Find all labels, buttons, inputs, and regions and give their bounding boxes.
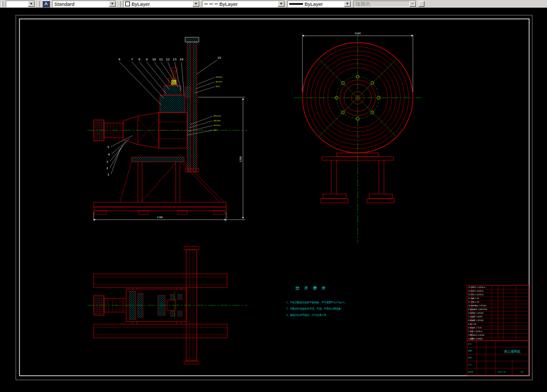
object-properties-toolbar: ▼ A Standard ▼ ByLayer ▼ ByLayer ▼ ByLay… bbox=[0, 0, 547, 8]
linetype-combo-value: ByLayer bbox=[219, 1, 278, 7]
callout: 8 bbox=[138, 58, 140, 61]
color-swatch-icon bbox=[125, 2, 130, 6]
fit-text: Ø70h6 bbox=[214, 124, 220, 127]
toolbar-grip[interactable] bbox=[2, 1, 3, 7]
sheet-size-text: A2 bbox=[521, 370, 524, 373]
title-block-fields: 设计 制图 审核 工艺 标准化 bbox=[468, 343, 474, 373]
callout: 12 bbox=[166, 58, 170, 61]
tech-req-item: 1、叶轮装配前应做静平衡校验，不平衡量不大于5g·m。 bbox=[286, 301, 347, 304]
chevron-down-icon[interactable]: ▼ bbox=[28, 1, 35, 7]
callout: 3 bbox=[106, 160, 108, 163]
parts-row-text: 4 电动机 1 Y132 bbox=[468, 327, 482, 329]
lineweight-combo[interactable]: ByLayer ▼ bbox=[287, 1, 351, 7]
toolbar-grip[interactable] bbox=[119, 1, 120, 7]
chevron-down-icon[interactable]: ▼ bbox=[278, 1, 285, 7]
front-view: 1120 bbox=[295, 32, 422, 243]
parts-row-text: 13 叶轮 1 Q235-A bbox=[468, 294, 484, 296]
chevron-down-icon[interactable]: ▼ bbox=[344, 1, 351, 7]
parts-row-text: 3 机座 1 Q235-A bbox=[468, 331, 483, 333]
fit-leaders bbox=[187, 77, 215, 135]
chevron-down-icon: ▼ bbox=[409, 1, 416, 7]
field-label: 审核 bbox=[468, 357, 472, 359]
callout: 11 bbox=[159, 58, 163, 61]
field-label: 工艺 bbox=[468, 364, 472, 366]
parts-row-text: 14 机壳 1 Q235-A bbox=[468, 290, 484, 292]
color-combo[interactable]: ByLayer ▼ bbox=[123, 1, 200, 7]
side-view: 1180 1250 6 7 8 9 10 11 12 13 14 15 5 4 … bbox=[87, 37, 247, 221]
parts-row-text: 1 垫圈12 8 65Mn bbox=[468, 338, 483, 340]
layer-combo[interactable]: ▼ bbox=[6, 1, 35, 7]
callout: 13 bbox=[173, 58, 177, 61]
parts-row-text: 9 滚动轴承 2 GB/T276 bbox=[468, 308, 487, 311]
callout: 2 bbox=[106, 167, 108, 170]
dim-text: 1250 bbox=[239, 156, 242, 162]
parts-row-text: 12 轴盘 1 45 bbox=[468, 297, 479, 300]
parts-row-text: 11 主轴 1 45 bbox=[468, 301, 479, 303]
callout: 14 bbox=[180, 58, 184, 61]
linetype-icon bbox=[204, 4, 218, 4]
fit-labels: Ø30k6 Ø35H7 Ø40 Ø50m6 Ø62H8 Ø70h6 Ø85 bbox=[214, 76, 223, 131]
field-label: 设计 bbox=[468, 343, 472, 345]
fit-text: Ø50m6 bbox=[214, 115, 221, 117]
callout: 9 bbox=[146, 58, 148, 61]
callout: 15 bbox=[218, 56, 221, 59]
technical-requirements: 技 术 要 求 1、叶轮装配前应做静平衡校验，不平衡量不大于5g·m。 2、装配… bbox=[286, 286, 347, 317]
callout: 7 bbox=[131, 58, 133, 61]
callout: 4 bbox=[108, 153, 110, 156]
callout-leaders bbox=[110, 60, 217, 174]
chevron-down-icon[interactable]: ▼ bbox=[193, 1, 199, 7]
text-style-value: Standard bbox=[54, 1, 109, 7]
fit-text: Ø35H7 bbox=[216, 80, 223, 83]
parts-row-text: 8 轴承座 1 HT200 bbox=[468, 312, 483, 314]
parts-row-text: 7 挡油环 2 Q235 bbox=[468, 316, 482, 318]
parts-row-text: 5 键 2 45 bbox=[468, 323, 476, 325]
callout: 5 bbox=[107, 146, 109, 149]
tech-req-title: 技 术 要 求 bbox=[295, 286, 328, 291]
toolbar-grip[interactable] bbox=[38, 1, 39, 7]
plotstyle-combo: 随颜色 ▼ bbox=[353, 1, 417, 7]
parts-row-text: 6 联轴器 1 HT200 bbox=[468, 319, 483, 322]
text-style-combo[interactable]: Standard ▼ bbox=[52, 1, 116, 7]
dim-text: 1120 bbox=[354, 32, 361, 35]
text-style-icon[interactable]: A bbox=[42, 1, 50, 7]
lineweight-combo-value: ByLayer bbox=[305, 1, 344, 7]
parts-row-text: 10 轴承端盖 2 HT150 bbox=[468, 305, 486, 307]
field-label: 标准化 bbox=[468, 370, 474, 373]
plotstyle-combo-value: 随颜色 bbox=[356, 1, 409, 7]
fit-text: Ø85 bbox=[214, 129, 218, 131]
tech-req-item: 2、装配后叶轮旋转应灵活、平稳，不得有卡阻现象。 bbox=[286, 307, 343, 311]
callout: 1 bbox=[107, 173, 109, 176]
color-combo-value: ByLayer bbox=[131, 1, 193, 7]
fit-text: Ø62H8 bbox=[214, 119, 221, 122]
plan-view bbox=[87, 246, 247, 364]
fit-text: Ø30k6 bbox=[216, 76, 222, 78]
parts-list-table: 15 进风口 1 Q235-A 14 机壳 1 Q235-A 13 叶轮 1 Q… bbox=[467, 285, 529, 376]
linetype-combo[interactable]: ByLayer ▼ bbox=[202, 1, 285, 7]
chevron-down-icon[interactable]: ▼ bbox=[109, 1, 116, 7]
drawing-title: 离心通风机 bbox=[504, 349, 521, 354]
drawing-canvas[interactable]: 1180 1250 6 7 8 9 10 11 12 13 14 15 5 4 … bbox=[0, 8, 547, 391]
callout: 10 bbox=[153, 58, 156, 61]
parts-row-text: 2 螺栓M12 8 Q235 bbox=[468, 334, 484, 336]
scale-text: 比例 1:10 bbox=[498, 371, 505, 373]
fit-text: Ø40 bbox=[216, 85, 220, 88]
field-label: 制图 bbox=[468, 350, 472, 352]
model-space: 1180 1250 6 7 8 9 10 11 12 13 14 15 5 4 … bbox=[0, 8, 547, 391]
callout: 6 bbox=[118, 58, 120, 61]
toolbar-button[interactable] bbox=[419, 1, 424, 7]
dim-text: 1180 bbox=[157, 216, 163, 219]
parts-row-text: 15 进风口 1 Q235-A bbox=[468, 286, 485, 288]
tech-req-item: 3、整机试运转平稳后，方可涂漆入库。 bbox=[286, 313, 329, 317]
sheet-border bbox=[16, 15, 532, 380]
lineweight-icon bbox=[289, 3, 303, 5]
